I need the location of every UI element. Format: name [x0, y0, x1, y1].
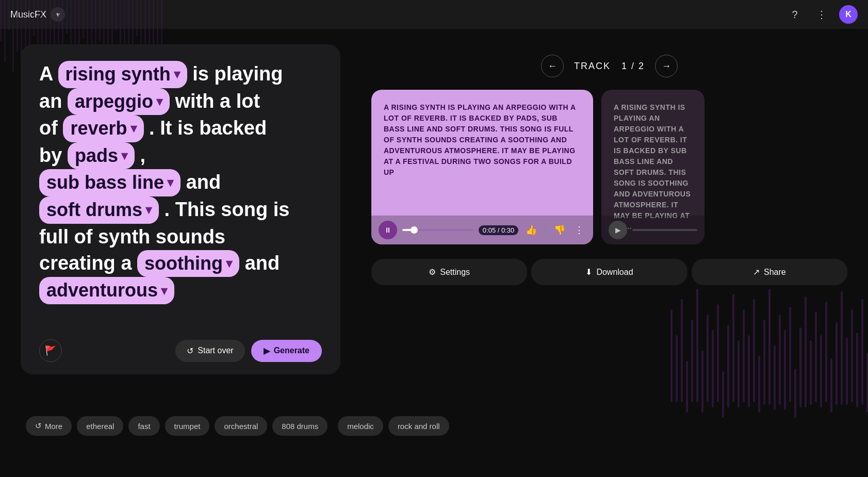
prompt-panel: A rising synth ▾ is playing an arpeggio …	[21, 44, 340, 374]
time-display: 0:05 / 0:30	[479, 225, 518, 235]
suggestion-label: trumpet	[174, 422, 201, 431]
chevron-down-icon: ▾	[161, 283, 167, 299]
progress-bar-secondary[interactable]	[632, 229, 697, 231]
action-buttons: ↺ Start over ▶ Generate	[175, 340, 322, 362]
text-and: and	[186, 171, 221, 193]
start-over-button[interactable]: ↺ Start over	[175, 340, 244, 362]
expand-button[interactable]: ▾	[51, 7, 65, 22]
topbar-right: ? ⋮ K	[785, 5, 858, 24]
generate-icon: ▶	[264, 346, 270, 356]
suggestion-label: melodic	[347, 422, 374, 431]
cards-row: A RISING SYNTH IS PLAYING AN ARPEGGIO WI…	[371, 90, 847, 244]
suggestion-chip-rock-and-roll[interactable]: rock and roll	[388, 416, 449, 436]
suggestion-label: orchestral	[224, 422, 258, 431]
next-track-button[interactable]: →	[655, 55, 678, 77]
chip-soothing[interactable]: soothing ▾	[137, 250, 239, 277]
more-chip[interactable]: ↺ More	[26, 416, 72, 436]
app-title: MusicFX	[10, 9, 46, 20]
text-it-is-backed: . It is backed	[149, 117, 267, 139]
chip-reverb[interactable]: reverb ▾	[63, 115, 143, 142]
more-menu-button[interactable]: ⋮	[812, 5, 831, 24]
prompt-actions: 🚩 ↺ Start over ▶ Generate	[39, 339, 322, 362]
refresh-icon: ↺	[35, 421, 42, 431]
suggestion-label: ethereal	[86, 422, 114, 431]
suggestion-chip-orchestral[interactable]: orchestral	[215, 416, 267, 436]
chevron-down-icon: ▾	[226, 255, 232, 272]
prefix-a: A	[39, 63, 53, 85]
chevron-down-icon: ▾	[156, 93, 162, 110]
help-button[interactable]: ?	[785, 5, 804, 24]
suggestion-chip-trumpet[interactable]: trumpet	[165, 416, 210, 436]
suggestion-label: rock and roll	[398, 422, 440, 431]
generate-button[interactable]: ▶ Generate	[251, 340, 322, 362]
track-panel: ← TRACK 1 / 2 → A RISING SYNTH IS PLAYIN…	[371, 44, 847, 285]
topbar: MusicFX ▾ ? ⋮ K	[0, 0, 868, 29]
track-card-secondary: A RISING SYNTH IS PLAYING AN ARPEGGIO WI…	[601, 90, 705, 244]
dislike-button[interactable]: 👎	[552, 222, 567, 238]
chevron-down-icon: ▾	[174, 66, 180, 83]
avatar[interactable]: K	[839, 5, 858, 24]
chevron-down-icon: ▾	[121, 147, 127, 164]
text-of: of	[39, 117, 58, 139]
topbar-left: MusicFX ▾	[10, 7, 65, 22]
flag-button[interactable]: 🚩	[39, 339, 62, 362]
chip-rising-synth[interactable]: rising synth ▾	[58, 61, 187, 88]
suggestion-chip-808drums[interactable]: 808 drums	[272, 416, 327, 436]
chevron-down-icon: ▾	[130, 120, 137, 137]
text-and2: and	[245, 252, 280, 274]
track-card-text-active: A RISING SYNTH IS PLAYING AN ARPEGGIO WI…	[384, 102, 581, 178]
suggestion-label: fast	[138, 422, 150, 431]
track-label: TRACK 1 / 2	[574, 61, 645, 72]
chip-arpeggio[interactable]: arpeggio ▾	[68, 88, 170, 116]
player-controls-secondary: ▶	[601, 216, 705, 244]
settings-button[interactable]: ⚙ Settings	[371, 259, 527, 285]
like-button[interactable]: 👍	[523, 222, 539, 238]
pause-button[interactable]: ⏸	[379, 221, 397, 239]
text-comma: ,	[140, 144, 146, 166]
prev-track-button[interactable]: ←	[541, 55, 564, 77]
text-full-of: full of synth sounds	[39, 226, 225, 248]
suggestion-chip-ethereal[interactable]: ethereal	[77, 416, 123, 436]
chevron-down-icon: ▾	[167, 174, 173, 191]
more-options-button[interactable]: ⋮	[572, 222, 586, 238]
play-button-secondary[interactable]: ▶	[609, 221, 627, 239]
chip-soft-drums[interactable]: soft drums ▾	[39, 196, 159, 224]
share-button[interactable]: ↗ Share	[692, 259, 847, 285]
prompt-text: A rising synth ▾ is playing an arpeggio …	[39, 61, 322, 327]
chip-pads[interactable]: pads ▾	[68, 142, 135, 170]
text-by: by	[39, 144, 62, 166]
text-an: an	[39, 90, 62, 112]
progress-thumb	[411, 226, 418, 234]
player-controls: ⏸ 0:05 / 0:30 👍 | 👎 ⋮	[371, 216, 593, 244]
share-icon: ↗	[753, 267, 760, 277]
track-actions: ⚙ Settings ⬇ Download ↗ Share	[371, 259, 847, 285]
download-icon: ⬇	[585, 267, 592, 277]
chevron-down-icon: ▾	[145, 202, 152, 218]
suggestion-chip-fast[interactable]: fast	[128, 416, 159, 436]
main-content: A rising synth ▾ is playing an arpeggio …	[0, 29, 868, 390]
track-card-active: A RISING SYNTH IS PLAYING AN ARPEGGIO WI…	[371, 90, 593, 244]
track-card-text-secondary: A RISING SYNTH IS PLAYING AN ARPEGGIO WI…	[614, 102, 692, 232]
text-creating-a: creating a	[39, 252, 132, 274]
text-with-a-lot: with a lot	[175, 90, 260, 112]
text-this-song-is: . This song is	[165, 199, 290, 220]
suggestion-chip-melodic[interactable]: melodic	[338, 416, 383, 436]
track-navigation: ← TRACK 1 / 2 →	[541, 55, 678, 77]
progress-bar[interactable]	[402, 229, 473, 231]
suggestions-area: ↺ More ethereal fast trumpet orchestral …	[26, 416, 449, 436]
chip-adventurous[interactable]: adventurous ▾	[39, 277, 174, 304]
download-button[interactable]: ⬇ Download	[531, 259, 687, 285]
refresh-icon: ↺	[187, 346, 193, 356]
chip-sub-bass-line[interactable]: sub bass line ▾	[39, 169, 181, 196]
suggestion-label: 808 drums	[282, 422, 318, 431]
settings-icon: ⚙	[429, 267, 436, 277]
text-is-playing: is playing	[192, 63, 283, 85]
divider: |	[544, 225, 547, 236]
